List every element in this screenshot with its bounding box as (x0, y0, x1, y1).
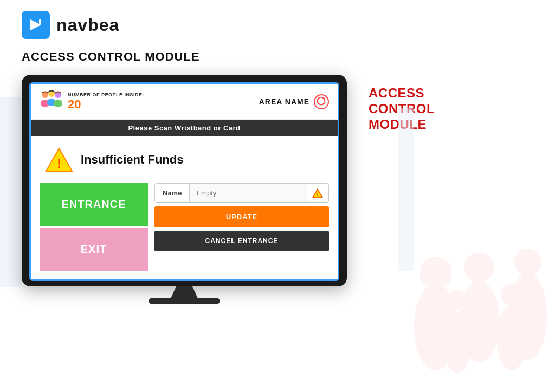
scan-bar: Please Scan Wristband or Card (31, 120, 338, 136)
page-title: ACCESS CONTROL MODULE (22, 50, 533, 64)
update-button[interactable]: UPDATE (154, 206, 329, 227)
entrance-button[interactable]: ENTRANCE (40, 183, 148, 226)
background-illustration (403, 230, 555, 392)
monitor: NUMBER OF PEOPLE INSIDE: 20 AREA NAME (22, 75, 347, 286)
cancel-entrance-button[interactable]: CANCEL ENTRANCE (154, 231, 329, 251)
name-alert-icon: ! (307, 184, 328, 202)
svg-point-18 (514, 249, 541, 276)
svg-text:!: ! (57, 156, 61, 171)
area-name-box: AREA NAME (259, 94, 329, 109)
people-count: 20 (68, 97, 144, 112)
stand-neck (171, 286, 198, 298)
warning-text: Insufficient Funds (81, 153, 183, 167)
refresh-icon[interactable] (314, 94, 329, 109)
bg-decoration-left (0, 97, 22, 287)
header: navbea (0, 0, 555, 44)
name-value: Empty (190, 184, 307, 202)
logo-text: navbea (56, 15, 119, 35)
svg-point-14 (464, 252, 494, 283)
avatar-svg (40, 89, 62, 110)
area-name-text: AREA NAME (259, 97, 309, 106)
svg-point-21 (444, 313, 471, 373)
logo-icon (27, 16, 44, 34)
svg-point-19 (509, 273, 547, 360)
monitor-screen: NUMBER OF PEOPLE INSIDE: 20 AREA NAME (29, 82, 339, 281)
name-label: Name (155, 184, 190, 202)
screen-top: NUMBER OF PEOPLE INSIDE: 20 AREA NAME (31, 84, 338, 120)
monitor-wrapper: NUMBER OF PEOPLE INSIDE: 20 AREA NAME (22, 75, 347, 304)
svg-text:!: ! (317, 192, 319, 197)
people-count-box: NUMBER OF PEOPLE INSIDE: 20 (68, 92, 144, 112)
right-form: Name Empty ! UPDATE CANCEL E (154, 183, 329, 271)
name-row: Name Empty ! (154, 183, 329, 203)
svg-point-7 (54, 100, 62, 107)
exit-button[interactable]: EXIT (40, 228, 148, 271)
stand-base (149, 298, 220, 304)
people-info: NUMBER OF PEOPLE INSIDE: 20 (40, 89, 144, 114)
buttons-form-row: ENTRANCE EXIT Name Empty (40, 183, 329, 271)
logo-box (22, 11, 50, 39)
monitor-stand (22, 286, 347, 304)
people-avatar-icon (40, 89, 62, 114)
warning-triangle-icon: ! (45, 147, 73, 172)
screen-body: ! Insufficient Funds ENTRANCE EXIT (31, 136, 338, 279)
people-label: NUMBER OF PEOPLE INSIDE: (68, 92, 144, 97)
svg-rect-1 (39, 19, 41, 24)
warning-section: ! Insufficient Funds (40, 147, 329, 172)
left-buttons: ENTRANCE EXIT (40, 183, 148, 271)
svg-point-20 (448, 290, 467, 310)
page-title-section: ACCESS CONTROL MODULE (0, 44, 555, 75)
